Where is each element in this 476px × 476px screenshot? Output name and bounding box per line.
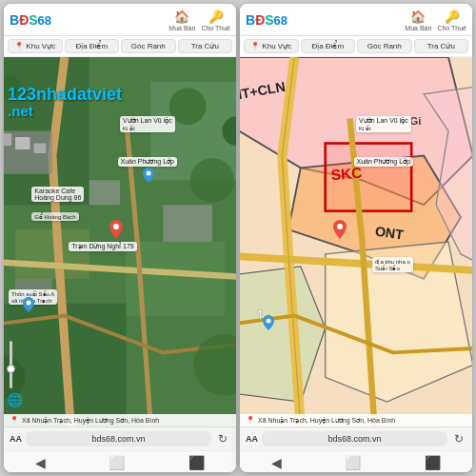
svg-text:SKC: SKC xyxy=(330,165,363,184)
location-icon: 📍 xyxy=(10,416,19,425)
svg-point-23 xyxy=(26,301,30,306)
right-phone-screen: BĐS68 🏠 Mua Bán 🔑 Cho Thuê 📍 Khu Vực Đị xyxy=(240,4,472,472)
left-key-icon-btn[interactable]: 🔑 Cho Thuê xyxy=(201,8,230,31)
right-url-bar[interactable]: bds68.com.vn xyxy=(262,431,447,446)
red-pin-1 xyxy=(109,220,124,239)
place-label-xuan-phuong: Xuân Phương Lớp xyxy=(118,157,177,167)
zoom-track xyxy=(10,341,12,388)
svg-rect-11 xyxy=(15,137,30,149)
right-khu-vuc-label: Khu Vực xyxy=(262,42,291,50)
right-url-text: bds68.com.vn xyxy=(327,434,381,444)
left-location-icon: 📍 xyxy=(14,42,24,50)
place-label-karaoke: Karaoke CafeHoàng Dung 86 xyxy=(31,187,84,202)
left-home-btn[interactable]: ⬜ xyxy=(109,455,125,470)
left-recents-btn[interactable]: ⬛ xyxy=(188,455,205,470)
right-recents-icon: ⬛ xyxy=(425,455,441,470)
right-place-label-dia-khu: địa khu nha oSuối Sấu xyxy=(372,257,413,272)
left-aa-text: AA xyxy=(10,434,22,444)
right-location-icon-addr: 📍 xyxy=(246,416,255,425)
place-label-go-hoang: Gổ Hoàng Bách xyxy=(31,212,78,221)
right-location-icon: 📍 xyxy=(250,42,260,50)
svg-point-22 xyxy=(147,171,151,176)
back-icon: ◀ xyxy=(35,455,46,470)
left-nav-icons: 🏠 Mua Bán 🔑 Cho Thuê xyxy=(169,8,230,31)
left-bottom-nav: ◀ ⬜ ⬛ xyxy=(4,450,236,472)
blue-pin-2 xyxy=(23,297,34,316)
svg-rect-9 xyxy=(163,205,212,242)
left-mua-ban-label: Mua Bán xyxy=(169,25,195,31)
right-aa-text: AA xyxy=(246,434,258,444)
map-watermark: 123nhadatviet .net xyxy=(8,86,122,119)
left-home-icon-btn[interactable]: 🏠 Mua Bán xyxy=(169,8,195,31)
right-recents-btn[interactable]: ⬛ xyxy=(425,455,441,470)
right-menu-tra-cuu[interactable]: Tra Cứu xyxy=(414,39,469,53)
zoom-control[interactable] xyxy=(10,341,12,388)
right-home-icon2: ⬜ xyxy=(345,455,361,470)
watermark-logo-text: 123nhadatviet xyxy=(8,86,122,103)
svg-point-21 xyxy=(113,224,119,229)
svg-point-38 xyxy=(267,319,271,324)
right-refresh-btn[interactable]: ↻ xyxy=(451,431,466,446)
left-key-icon: 🔑 xyxy=(208,8,225,25)
left-cho-thue-label: Cho Thuê xyxy=(201,25,230,31)
left-nav-bar: BĐS68 🏠 Mua Bán 🔑 Cho Thuê xyxy=(4,4,236,36)
left-khu-vuc-label: Khu Vực xyxy=(26,42,55,50)
left-address-bar: 📍 Xã Nhuận Trạch, Huyện Lương Sơn, Hòa B… xyxy=(4,414,236,426)
left-home-icon: 🏠 xyxy=(173,8,190,25)
left-address-text: Xã Nhuận Trạch, Huyện Lương Sơn, Hòa Bìn… xyxy=(22,417,159,425)
left-url-text: bds68.com.vn xyxy=(91,434,145,444)
left-menu-bar: 📍 Khu Vực Địa Điểm Góc Ranh Tra Cứu xyxy=(4,36,236,57)
right-bottom-nav: ◀ ⬜ ⬛ xyxy=(240,450,472,472)
right-logo: BĐS68 xyxy=(246,12,288,28)
svg-point-37 xyxy=(337,224,343,229)
left-browser-bar: AA bds68.com.vn ↻ xyxy=(4,426,236,450)
left-menu-khu-vuc[interactable]: 📍 Khu Vực xyxy=(8,39,63,53)
left-logo: BĐS68 xyxy=(10,12,51,28)
right-home-icon-btn[interactable]: 🏠 Mua Bán xyxy=(405,8,431,31)
left-menu-goc-ranh[interactable]: Góc Ranh xyxy=(121,39,176,53)
home-icon: ⬜ xyxy=(109,455,125,470)
left-goc-ranh-label: Góc Ranh xyxy=(131,42,166,50)
right-goc-ranh-label: Góc Ranh xyxy=(367,42,402,50)
right-tra-cuu-label: Tra Cứu xyxy=(427,42,455,50)
svg-rect-7 xyxy=(89,180,120,205)
left-map-area[interactable]: 123nhadatviet .net Vườn Lan Vũ lộcKi ốt … xyxy=(4,57,236,426)
left-tra-cuu-label: Tra Cứu xyxy=(191,42,219,50)
recents-icon: ⬛ xyxy=(188,455,205,470)
svg-point-17 xyxy=(190,158,235,203)
planning-map-svg: NT+CLN SKC ONT C NTS Ir Gi xyxy=(240,57,472,426)
right-nav-icons: 🏠 Mua Bán 🔑 Cho Thuê xyxy=(405,8,466,31)
left-menu-dia-diem[interactable]: Địa Điểm xyxy=(65,39,120,53)
left-menu-tra-cuu[interactable]: Tra Cứu xyxy=(178,39,233,53)
right-nav-bar: BĐS68 🏠 Mua Bán 🔑 Cho Thuê xyxy=(240,4,472,36)
right-red-pin xyxy=(333,220,347,243)
right-cho-thue-label: Cho Thuê xyxy=(437,25,466,31)
left-dia-diem-label: Địa Điểm xyxy=(75,42,108,50)
right-menu-goc-ranh[interactable]: Góc Ranh xyxy=(357,39,412,53)
right-home-icon: 🏠 xyxy=(409,8,426,25)
right-map-area[interactable]: NT+CLN SKC ONT C NTS Ir Gi Vườn Lan Vũ l… xyxy=(240,57,472,426)
right-key-icon-btn[interactable]: 🔑 Cho Thuê xyxy=(437,8,466,31)
left-url-bar[interactable]: bds68.com.vn xyxy=(26,431,211,446)
right-menu-bar: 📍 Khu Vực Địa Điểm Góc Ranh Tra Cứu xyxy=(240,36,472,57)
right-address-text: Xã Nhuận Trạch, Huyện Lương Sơn, Hòa Bìn… xyxy=(258,417,395,425)
svg-rect-10 xyxy=(4,133,11,146)
left-refresh-btn[interactable]: ↻ xyxy=(215,431,230,446)
right-mua-ban-label: Mua Bán xyxy=(405,25,431,31)
right-back-btn[interactable]: ◀ xyxy=(271,455,282,470)
right-menu-khu-vuc[interactable]: 📍 Khu Vực xyxy=(244,39,299,53)
right-address-bar: 📍 Xã Nhuận Trạch, Huyện Lương Sơn, Hòa B… xyxy=(240,414,472,426)
watermark-sub-text: .net xyxy=(8,103,122,119)
right-place-label-xuan-phuong: Xuân Phương Lớp xyxy=(354,157,413,167)
right-blue-pin xyxy=(263,315,274,334)
left-back-btn[interactable]: ◀ xyxy=(35,455,46,470)
right-home-btn[interactable]: ⬜ xyxy=(345,455,361,470)
place-label-tram-dung: Trạm Dừng Nghỉ 179 xyxy=(69,242,136,251)
globe-icon: 🌐 xyxy=(7,392,23,407)
right-menu-dia-diem[interactable]: Địa Điểm xyxy=(301,39,356,53)
screens-container: BĐS68 🏠 Mua Bán 🔑 Cho Thuê 📍 Khu Vực Đị xyxy=(0,0,476,476)
blue-pin-1 xyxy=(143,168,154,187)
svg-rect-4 xyxy=(15,229,89,279)
svg-rect-12 xyxy=(33,144,46,153)
right-place-label-vuon-lan: Vườn Lan Vũ lộcKi ốt xyxy=(356,116,411,132)
